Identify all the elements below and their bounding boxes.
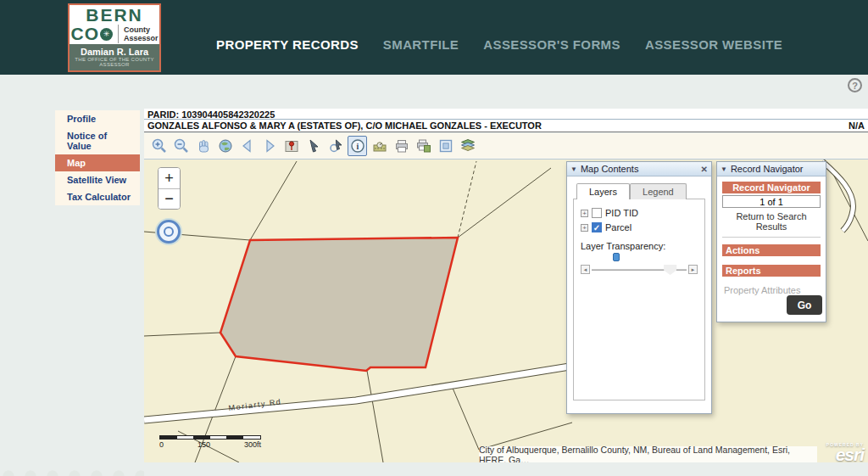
parcel-label: Parcel [605, 222, 632, 232]
map-zoom-in-button[interactable]: + [159, 168, 180, 188]
reports-section-bar[interactable]: Reports [722, 265, 821, 277]
actions-section-bar[interactable]: Actions [722, 244, 821, 256]
layer-row-pid-tid: + PID TID [581, 208, 698, 218]
logo-divider [118, 25, 119, 43]
value-right: N/A [849, 120, 865, 131]
map-contents-panel: ▼ Map Contents ✕ Layers Legend + PID TID… [566, 161, 712, 414]
sidebar-item-satellite-view[interactable]: Satellite View [55, 171, 140, 188]
owner-line: GONZALES ALFONSO & MARY A (ESTATES OF), … [147, 120, 542, 131]
full-screen-icon[interactable] [436, 136, 455, 156]
close-icon[interactable]: ✕ [701, 165, 708, 174]
map-zoom-out-button[interactable]: − [159, 188, 180, 209]
map-contents-title: Map Contents [581, 164, 698, 174]
return-to-search-results-link[interactable]: Return to Search Results [722, 211, 821, 232]
previous-extent-icon[interactable] [237, 136, 257, 156]
selected-parcel-polygon [220, 238, 458, 371]
nav-property-records[interactable]: PROPERTY RECORDS [216, 37, 359, 52]
esri-logo: POWERED BY esri [826, 442, 864, 462]
slider-track[interactable] [592, 265, 687, 274]
go-button[interactable]: Go [787, 295, 822, 315]
scale-bar-line [159, 435, 261, 440]
parcel-info: PARID: 103904405842320225 GONZALES ALFON… [144, 109, 868, 132]
pan-hand-icon[interactable] [193, 136, 213, 156]
record-navigator-panel: ▼ Record Navigator Record Navigator Retu… [716, 161, 826, 322]
transparency-slider: ◄ ► [581, 265, 698, 274]
esri-brand: esri [826, 447, 864, 462]
scale-start: 0 [159, 440, 164, 449]
map-zoom-control: + − [158, 167, 181, 210]
sidebar: Profile Notice of Value Map Satellite Vi… [55, 110, 140, 205]
tab-layers[interactable]: Layers [576, 183, 630, 199]
identify-cursor-icon[interactable] [326, 136, 345, 156]
collapse-arrow-icon: ▼ [570, 165, 577, 173]
logo-county1: County [124, 25, 150, 34]
slider-left-arrow[interactable]: ◄ [581, 265, 590, 274]
nav-assessors-forms[interactable]: ASSESSOR'S FORMS [483, 37, 620, 52]
expand-icon[interactable]: + [581, 224, 588, 232]
transparency-label: Layer Transparency: [581, 241, 698, 251]
pid-tid-label: PID TID [605, 208, 638, 218]
zoom-in-icon[interactable] [149, 136, 169, 156]
layers-icon[interactable] [458, 136, 477, 156]
info-icon[interactable]: i [348, 136, 367, 156]
zoom-out-icon[interactable] [171, 136, 191, 156]
next-extent-icon[interactable] [259, 136, 279, 156]
map-attribution: City of Albuquerque, Bernalillo County, … [479, 446, 817, 462]
parid-line: PARID: 103904405842320225 [144, 109, 868, 120]
layer-row-parcel: + ✓ Parcel [581, 222, 698, 232]
locate-pin-icon[interactable] [281, 136, 301, 156]
record-navigator-bar: Record Navigator [722, 182, 821, 193]
map-toolbar: i [144, 133, 868, 160]
layers-tab-content: + PID TID + ✓ Parcel Layer Transparency:… [573, 199, 705, 400]
assessor-tagline: THE OFFICE OF THE COUNTY ASSESSOR [71, 57, 158, 67]
divider [722, 237, 821, 238]
expand-icon[interactable]: + [581, 210, 588, 217]
logo-line1: BERN [86, 7, 143, 24]
locate-me-button[interactable] [157, 220, 181, 244]
tab-legend[interactable]: Legend [630, 183, 687, 199]
map-canvas[interactable]: Moriarty Rd + − 0 150 300ft City of Albu… [144, 160, 868, 462]
pid-tid-checkbox[interactable] [592, 208, 602, 218]
zia-sun-icon: ✳ [100, 28, 113, 41]
measure-icon[interactable] [370, 136, 389, 156]
assessor-name: Damian R. Lara [71, 47, 158, 57]
full-extent-globe-icon[interactable] [215, 136, 235, 156]
slider-thumb[interactable] [664, 265, 676, 275]
print-icon[interactable] [392, 136, 411, 156]
select-cursor-icon[interactable] [303, 136, 323, 156]
logo-line2: CO [70, 24, 99, 44]
map-contents-header[interactable]: ▼ Map Contents ✕ [567, 162, 711, 176]
sidebar-item-tax-calculator[interactable]: Tax Calculator [55, 188, 140, 205]
record-navigator-header[interactable]: ▼ Record Navigator [717, 162, 826, 176]
nav-assessor-website[interactable]: ASSESSOR WEBSITE [645, 37, 782, 52]
decorative-footer-pattern [0, 462, 144, 476]
help-icon[interactable]: ? [848, 78, 862, 92]
scale-mid: 150 [198, 440, 210, 449]
scale-bar: 0 150 300ft [159, 435, 261, 449]
scale-end: 300ft [244, 440, 261, 449]
layers-legend-tabs: Layers Legend [573, 183, 705, 199]
slider-right-arrow[interactable]: ► [688, 265, 698, 274]
app-header: BERN CO ✳ County Assessor Damian R. Lara… [0, 0, 868, 75]
logo-art: BERN CO ✳ County Assessor [70, 5, 159, 44]
transparency-value-bubble [613, 253, 620, 261]
nav-smartfile[interactable]: SMARTFILE [383, 37, 459, 52]
sidebar-item-notice-of-value[interactable]: Notice of Value [55, 127, 140, 154]
bernco-logo[interactable]: BERN CO ✳ County Assessor Damian R. Lara… [68, 3, 161, 72]
sidebar-item-profile[interactable]: Profile [55, 110, 140, 127]
collapse-arrow-icon: ▼ [721, 165, 727, 173]
svg-text:i: i [356, 142, 359, 151]
property-attributes-link[interactable]: Property Attributes [724, 285, 821, 295]
record-navigator-title: Record Navigator [731, 164, 822, 174]
record-position-input[interactable] [722, 195, 821, 208]
parcel-checkbox[interactable]: ✓ [592, 222, 602, 232]
print-map-icon[interactable] [414, 136, 433, 156]
top-nav: PROPERTY RECORDS SMARTFILE ASSESSOR'S FO… [216, 37, 782, 52]
logo-county2: Assessor [124, 34, 159, 42]
crosshair-icon [164, 227, 174, 237]
sidebar-item-map[interactable]: Map [55, 154, 140, 171]
